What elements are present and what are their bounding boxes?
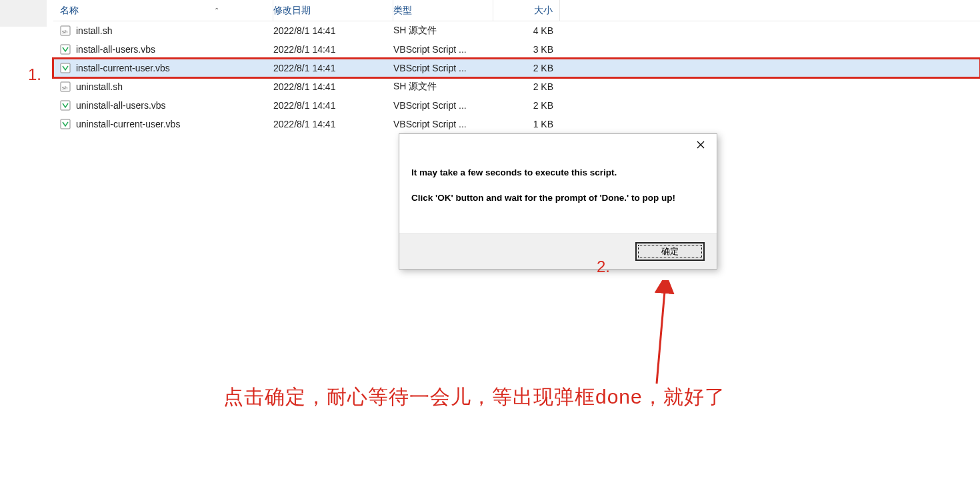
dialog-close-button[interactable] (687, 136, 714, 155)
file-type-label: SH 源文件 (393, 81, 493, 93)
dialog-message-line-2: Click 'OK' button and wait for the promp… (411, 191, 705, 205)
file-date-label: 2022/8/1 14:41 (273, 119, 393, 129)
file-type-label: VBScript Script ... (393, 44, 493, 55)
vbs-file-icon (60, 44, 71, 55)
file-date-label: 2022/8/1 14:41 (273, 25, 393, 36)
file-name-label: install.sh (76, 25, 112, 36)
svg-rect-3 (61, 63, 70, 73)
column-header-date[interactable]: 修改日期 (273, 0, 393, 21)
file-row[interactable]: install-all-users.vbs2022/8/1 14:41VBScr… (53, 40, 980, 59)
close-icon (697, 140, 705, 151)
vbs-file-icon (60, 119, 71, 129)
svg-rect-7 (61, 119, 70, 129)
file-type-label: VBScript Script ... (393, 63, 493, 73)
file-size-label: 2 KB (493, 81, 560, 92)
dialog-body: It may take a few seconds to execute thi… (399, 157, 717, 233)
dialog-footer: 确定 (399, 233, 717, 269)
file-row[interactable]: uninstall-all-users.vbs2022/8/1 14:41VBS… (53, 96, 980, 115)
file-date-label: 2022/8/1 14:41 (273, 100, 393, 111)
column-header-name[interactable]: 名称 ⌃ (53, 0, 273, 21)
file-name-label: uninstall.sh (76, 81, 123, 92)
file-row[interactable]: install-current-user.vbs2022/8/1 14:41VB… (53, 59, 980, 77)
sidebar-stub (0, 0, 47, 27)
column-header-type[interactable]: 类型 (393, 0, 493, 21)
annotation-arrow-icon (647, 280, 687, 387)
file-date-label: 2022/8/1 14:41 (273, 63, 393, 73)
file-name-label: install-current-user.vbs (76, 63, 170, 73)
column-header-size-label: 大小 (534, 5, 553, 17)
file-name-label: uninstall-all-users.vbs (76, 100, 166, 111)
file-date-label: 2022/8/1 14:41 (273, 81, 393, 92)
sh-file-icon: sh (60, 25, 71, 36)
file-rows: shinstall.sh2022/8/1 14:41SH 源文件4 KBinst… (53, 21, 980, 133)
column-header-type-label: 类型 (393, 5, 412, 17)
annotation-step-2: 2. (597, 258, 610, 276)
file-size-label: 1 KB (493, 119, 560, 129)
file-row[interactable]: uninstall-current-user.vbs2022/8/1 14:41… (53, 115, 980, 133)
file-type-label: SH 源文件 (393, 25, 493, 37)
sort-caret-icon: ⌃ (214, 7, 219, 14)
svg-text:sh: sh (62, 29, 67, 35)
file-size-label: 4 KB (493, 25, 560, 36)
column-header-name-label: 名称 (60, 5, 79, 17)
column-header-row: 名称 ⌃ 修改日期 类型 大小 (53, 0, 980, 21)
sh-file-icon: sh (60, 81, 71, 92)
column-header-size[interactable]: 大小 (493, 0, 560, 21)
file-type-label: VBScript Script ... (393, 119, 493, 129)
svg-text:sh: sh (62, 85, 67, 91)
svg-rect-2 (61, 45, 70, 54)
svg-rect-6 (61, 101, 70, 110)
dialog-titlebar (399, 134, 717, 157)
vbs-file-icon (60, 100, 71, 111)
svg-line-10 (657, 284, 665, 384)
ok-button[interactable]: 确定 (635, 242, 705, 261)
file-name-label: install-all-users.vbs (76, 44, 155, 55)
file-list-panel: 名称 ⌃ 修改日期 类型 大小 shinstall.sh2022/8/1 14:… (53, 0, 980, 133)
file-size-label: 2 KB (493, 100, 560, 111)
file-date-label: 2022/8/1 14:41 (273, 44, 393, 55)
annotation-instruction: 点击确定，耐心等待一会儿，等出现弹框done，就好了 (223, 384, 725, 411)
column-header-date-label: 修改日期 (273, 5, 311, 17)
script-confirm-dialog: It may take a few seconds to execute thi… (399, 133, 717, 270)
file-name-label: uninstall-current-user.vbs (76, 119, 180, 129)
annotation-step-1: 1. (28, 65, 41, 84)
vbs-file-icon (60, 63, 71, 73)
file-row[interactable]: shuninstall.sh2022/8/1 14:41SH 源文件2 KB (53, 77, 980, 96)
file-size-label: 3 KB (493, 44, 560, 55)
file-size-label: 2 KB (493, 63, 560, 73)
file-row[interactable]: shinstall.sh2022/8/1 14:41SH 源文件4 KB (53, 21, 980, 40)
dialog-message-line-1: It may take a few seconds to execute thi… (411, 166, 705, 179)
file-type-label: VBScript Script ... (393, 100, 493, 111)
